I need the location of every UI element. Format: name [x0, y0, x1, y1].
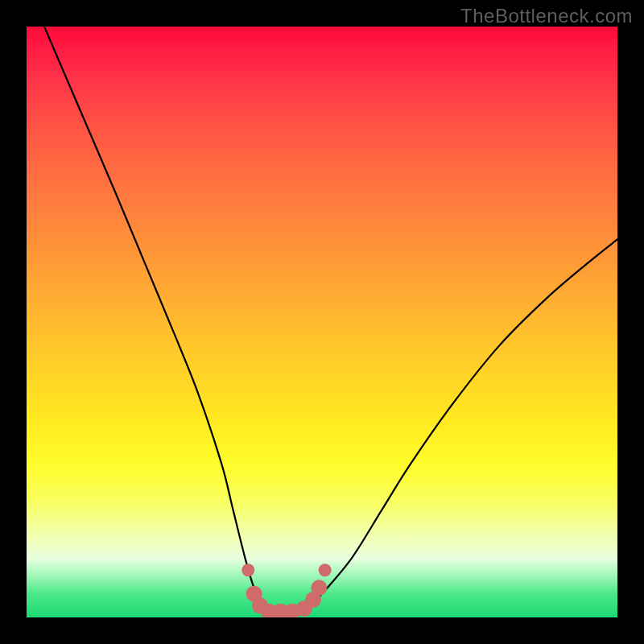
highlight-marker-group: [242, 564, 331, 617]
highlight-dot: [242, 564, 254, 576]
highlight-dot: [319, 564, 332, 576]
highlight-dot: [311, 580, 327, 596]
bottleneck-curve-path: [44, 27, 617, 612]
chart-svg: [27, 27, 617, 617]
chart-frame: TheBottleneck.com: [0, 0, 644, 644]
watermark-text: TheBottleneck.com: [460, 5, 633, 27]
